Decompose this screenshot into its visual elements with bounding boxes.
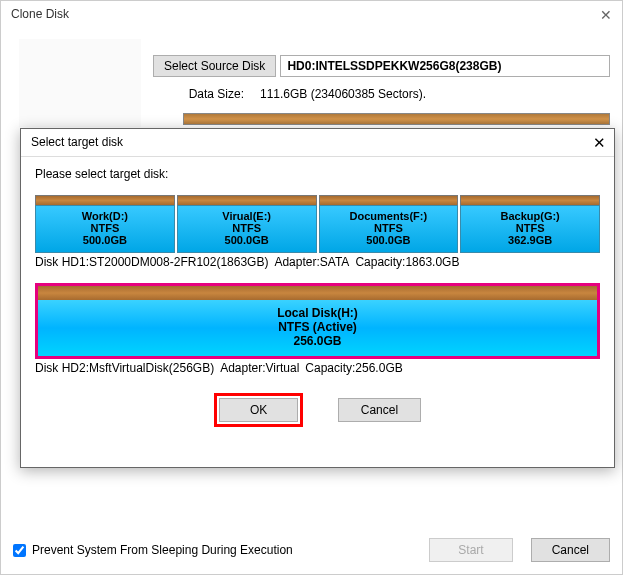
partition-strip <box>183 113 610 125</box>
disk-thumbnail <box>19 39 141 127</box>
disk1-capacity: Capacity:1863.0GB <box>355 255 459 269</box>
ok-highlight: OK <box>214 393 303 427</box>
cancel-button[interactable]: Cancel <box>531 538 610 562</box>
source-disk-field: HD0:INTELSSDPEKKW256G8(238GB) <box>280 55 610 77</box>
ok-button[interactable]: OK <box>219 398 298 422</box>
data-size-label: Data Size: <box>153 87 250 101</box>
dialog-prompt: Please select target disk: <box>35 167 600 181</box>
disk1-model: Disk HD1:ST2000DM008-2FR102(1863GB) <box>35 255 268 269</box>
disk2-model: Disk HD2:MsftVirtualDisk(256GB) <box>35 361 214 375</box>
source-disk-row: Select Source Disk HD0:INTELSSDPEKKW256G… <box>153 55 610 77</box>
start-button: Start <box>429 538 512 562</box>
partition-virtual-e[interactable]: Virual(E:) NTFS 500.0GB <box>177 195 317 253</box>
close-icon[interactable]: ✕ <box>600 7 612 23</box>
disk1-caption: Disk HD1:ST2000DM008-2FR102(1863GB) Adap… <box>35 255 600 269</box>
disk2-part-fs: NTFS (Active) <box>40 320 595 334</box>
partition-work-d[interactable]: Work(D:) NTFS 500.0GB <box>35 195 175 253</box>
disk2-part-size: 256.0GB <box>40 334 595 348</box>
select-source-disk-button[interactable]: Select Source Disk <box>153 55 276 77</box>
partition-documents-f[interactable]: Documents(F:) NTFS 500.0GB <box>319 195 459 253</box>
dialog-cancel-button[interactable]: Cancel <box>338 398 421 422</box>
dialog-title: Select target disk <box>21 129 614 157</box>
disk2-adapter: Adapter:Virtual <box>220 361 299 375</box>
disk2-caption: Disk HD2:MsftVirtualDisk(256GB) Adapter:… <box>35 361 600 375</box>
dialog-button-row: OK Cancel <box>35 393 600 427</box>
partition-backup-g[interactable]: Backup(G:) NTFS 362.9GB <box>460 195 600 253</box>
disk2-selected-partition[interactable]: Local Disk(H:) NTFS (Active) 256.0GB <box>35 283 600 359</box>
disk2-part-name: Local Disk(H:) <box>40 306 595 320</box>
disk1-partition-row: Work(D:) NTFS 500.0GB Virual(E:) NTFS 50… <box>35 195 600 253</box>
disk2-capacity: Capacity:256.0GB <box>305 361 402 375</box>
prevent-sleep-label: Prevent System From Sleeping During Exec… <box>32 543 293 557</box>
prevent-sleep-checkbox[interactable] <box>13 544 26 557</box>
footer-bar: Prevent System From Sleeping During Exec… <box>13 538 610 562</box>
window-title: Clone Disk <box>1 1 622 31</box>
select-target-disk-dialog: Select target disk ✕ Please select targe… <box>20 128 615 468</box>
data-size-value: 111.6GB (234060385 Sectors). <box>254 85 610 103</box>
data-size-row: Data Size: 111.6GB (234060385 Sectors). <box>153 85 610 103</box>
disk1-adapter: Adapter:SATA <box>274 255 349 269</box>
dialog-close-icon[interactable]: ✕ <box>593 134 606 152</box>
